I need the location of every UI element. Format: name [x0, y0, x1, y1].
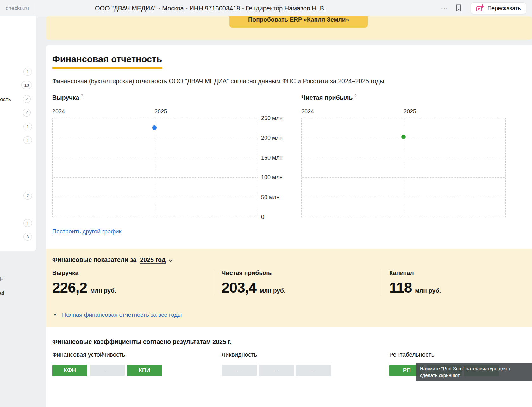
sidebar-count-badge: 1 [23, 219, 32, 227]
chart-title-revenue: Выручка? [52, 93, 83, 101]
axis-year-label: 2024 [52, 108, 65, 115]
chart-title-net-profit: Чистая прибыль? [301, 93, 357, 101]
full-report-link[interactable]: Полная финансовая отчетность за все годы [62, 311, 182, 318]
divider [35, 3, 35, 14]
address-bar-domain[interactable]: checko.ru [6, 5, 29, 11]
retell-button[interactable]: Пересказать [471, 2, 526, 14]
promo-banner-button[interactable]: Попробовать ERP «Капля Земли» [229, 16, 368, 28]
financial-report-card: Финансовая отчетность Финансовая (бухгал… [46, 45, 532, 407]
download-excel-link-fragment[interactable]: el [0, 290, 4, 296]
sidebar-count-badge: 1 [23, 123, 32, 130]
screenshot-tooltip: Нажмите "Prnt Scrn" на клавиатуре для т … [416, 363, 532, 381]
indicator-label: Чистая прибыль [222, 270, 285, 277]
coefficient-badge-kpi[interactable]: КПИ [127, 365, 162, 376]
sidebar-count-badge: 13 [21, 81, 32, 89]
accent-underline [52, 67, 162, 69]
y-axis-label: 0 [261, 214, 264, 220]
indicator-unit: млн руб. [90, 287, 116, 294]
gridline-vertical [155, 118, 155, 217]
indicator-value: 226,2 [52, 279, 87, 296]
sidebar-count-badge: 1 [23, 68, 32, 76]
gridline-vertical [404, 118, 404, 217]
indicator-unit: млн руб. [260, 287, 285, 294]
indicator-revenue: Выручка 226,2млн руб. [52, 270, 116, 296]
y-axis-label: 250 млн [261, 115, 283, 122]
indicator-value: 203,4 [222, 279, 256, 296]
data-point-revenue-2025[interactable] [152, 125, 157, 130]
coefficient-badge-kfn[interactable]: КФН [52, 365, 87, 376]
axis-year-label: 2024 [301, 108, 314, 115]
coefficient-badge-empty[interactable]: – [222, 365, 257, 376]
bookmark-icon[interactable] [456, 4, 461, 13]
y-axis-label: 100 млн [261, 174, 283, 181]
chevron-down-icon [169, 258, 173, 262]
coefficient-badge-empty[interactable]: – [90, 365, 125, 376]
triangle-down-icon[interactable]: ▼ [53, 313, 57, 317]
page: checko.ru ООО "ДВАЧ МЕДИА" - Москва - ИН… [0, 0, 532, 407]
tooltip-line: Нажмите "Prnt Scrn" на клавиатуре для т [420, 365, 532, 372]
more-options-icon[interactable]: ⋯ [441, 3, 448, 12]
coefficients-heading: Финансовые коэффициенты согласно результ… [52, 338, 232, 346]
sidebar-count-badge: 3 [23, 233, 32, 241]
axis-year-label: 2025 [404, 108, 416, 115]
build-other-chart-link[interactable]: Построить другой график [52, 228, 122, 235]
indicators-title-prefix: Финансовые показатели за [52, 256, 136, 263]
divider [382, 271, 382, 296]
indicator-label: Выручка [52, 270, 116, 277]
chart-title-text: Выручка [52, 94, 79, 101]
sidebar: 1 13 ость ✓ ✓ 1 1 2 1 3 [0, 16, 36, 251]
axis-year-label: 2025 [154, 108, 167, 115]
sidebar-count-badge: 1 [23, 136, 32, 144]
sidebar-item-label-fragment[interactable]: ость [0, 96, 11, 103]
full-report-toggle: ▼ Полная финансовая отчетность за все го… [53, 311, 182, 318]
check-icon: ✓ [23, 95, 31, 103]
indicator-label: Капитал [389, 270, 441, 277]
indicator-capital: Капитал 118млн руб. [389, 270, 441, 296]
coefficient-group-label: Финансовая устойчивость [52, 351, 125, 358]
section-title: Финансовая отчетность [52, 54, 162, 65]
help-icon[interactable]: ? [81, 93, 83, 98]
check-icon: ✓ [23, 109, 31, 117]
tooltip-line: сделать скриншот [420, 372, 532, 378]
coefficient-badge-empty[interactable]: – [296, 365, 331, 376]
y-axis-label: 200 млн [261, 135, 283, 141]
retell-button-label: Пересказать [487, 5, 521, 12]
chart-title-text: Чистая прибыль [301, 94, 353, 101]
divider [214, 271, 214, 296]
year-dropdown[interactable]: 2025 год [140, 256, 166, 264]
retell-icon [476, 5, 484, 12]
indicator-value: 118 [389, 279, 412, 296]
data-point-net-profit-2025[interactable] [401, 135, 406, 139]
revenue-chart [52, 118, 258, 217]
coefficient-group-label: Рентабельность [389, 351, 435, 358]
coefficient-badge-empty[interactable]: – [259, 365, 294, 376]
promo-banner: Попробовать ERP «Капля Земли» [46, 16, 532, 40]
y-axis-label: 150 млн [261, 154, 283, 161]
page-tab-title: ООО "ДВАЧ МЕДИА" - Москва - ИНН 97160034… [95, 4, 326, 12]
browser-bar: checko.ru ООО "ДВАЧ МЕДИА" - Москва - ИН… [0, 0, 532, 16]
y-axis-label: 50 млн [261, 194, 279, 200]
net-profit-chart [301, 118, 506, 217]
coefficient-group-label: Ликвидность [222, 351, 257, 358]
help-icon[interactable]: ? [354, 93, 356, 98]
indicators-title: Финансовые показатели за 2025 год [52, 256, 172, 264]
indicator-net-profit: Чистая прибыль 203,4млн руб. [222, 270, 285, 296]
financial-indicators-panel: Финансовые показатели за 2025 год Выручк… [46, 249, 532, 327]
download-pdf-link-fragment[interactable]: F [0, 276, 3, 283]
sidebar-count-badge: 2 [23, 192, 32, 200]
indicator-unit: млн руб. [415, 287, 441, 294]
section-description: Финансовая (бухгалтерская) отчетность ОО… [52, 78, 483, 85]
